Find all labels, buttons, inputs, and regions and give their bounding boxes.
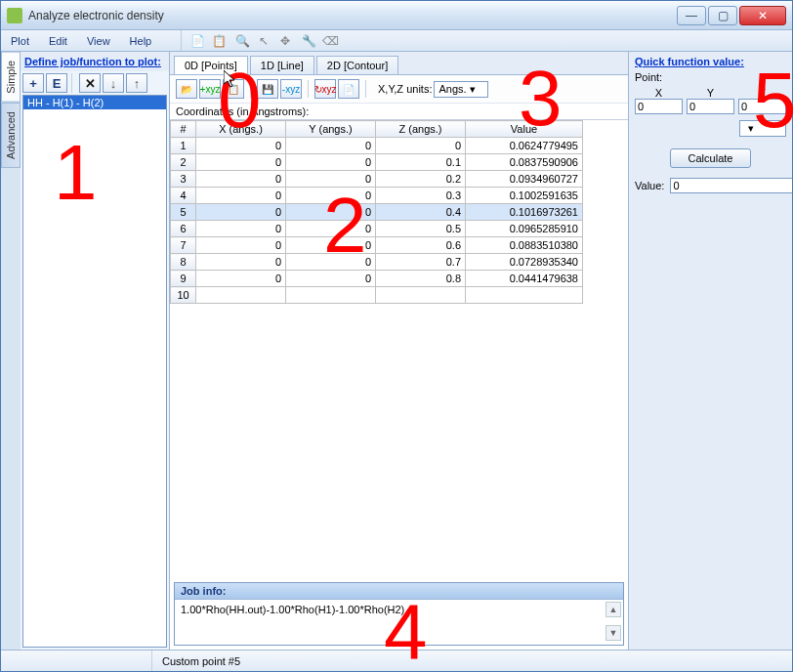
data-cell[interactable]: 0.0934960727 (466, 171, 583, 188)
edit-job-button[interactable]: E (46, 73, 67, 93)
data-cell[interactable]: 0 (196, 188, 286, 204)
cursor-icon[interactable]: ↖ (254, 32, 273, 50)
add-xyz-icon[interactable]: +xyz (199, 79, 221, 99)
data-cell[interactable]: 0.0965285910 (466, 221, 583, 237)
data-cell[interactable]: 0.0883510380 (466, 237, 583, 254)
data-cell[interactable]: 0 (286, 221, 376, 237)
job-item-selected[interactable]: HH - H(1) - H(2) (23, 96, 166, 109)
maximize-button[interactable]: ▢ (708, 6, 737, 25)
data-cell[interactable]: 0 (196, 271, 286, 287)
table-row[interactable]: 9000.80.0441479638 (171, 271, 583, 287)
data-cell[interactable]: 0.1 (376, 154, 466, 171)
copy-icon[interactable]: 📋 (209, 32, 229, 50)
table-row[interactable]: 10 (171, 287, 583, 304)
row-number-cell[interactable]: 7 (171, 237, 196, 254)
menu-view[interactable]: View (77, 32, 120, 50)
menu-plot[interactable]: Plot (1, 32, 39, 50)
row-number-cell[interactable]: 5 (171, 204, 196, 221)
table-row[interactable]: 10000.0624779495 (171, 138, 583, 154)
side-tab-simple[interactable]: Simple (1, 52, 21, 103)
table-row[interactable]: 8000.70.0728935340 (171, 254, 583, 271)
data-cell[interactable]: 0.3 (376, 188, 466, 204)
data-cell[interactable]: 0.8 (376, 271, 466, 287)
erase-icon[interactable]: ⌫ (320, 32, 340, 50)
data-cell[interactable] (466, 287, 583, 304)
data-cell[interactable]: 0.0441479638 (466, 271, 583, 287)
data-cell[interactable]: 0.7 (376, 254, 466, 271)
table-row[interactable]: 7000.60.0883510380 (171, 237, 583, 254)
table-row[interactable]: 3000.20.0934960727 (171, 171, 583, 188)
zoom-icon[interactable]: 🔍 (232, 32, 252, 50)
row-number-cell[interactable]: 2 (171, 154, 196, 171)
coords-table-wrap[interactable]: # X (angs.) Y (angs.) Z (angs.) Value 10… (170, 119, 628, 578)
move-up-button[interactable]: ↑ (126, 73, 147, 93)
col-z[interactable]: Z (angs.) (376, 121, 466, 138)
minimize-button[interactable]: — (677, 6, 706, 25)
data-cell[interactable]: 0.0728935340 (466, 254, 583, 271)
new-doc-icon[interactable]: 📄 (188, 32, 207, 50)
menu-help[interactable]: Help (120, 32, 162, 50)
data-cell[interactable]: 0 (286, 171, 376, 188)
define-job-label[interactable]: Define job/function to plot: (21, 52, 169, 71)
data-cell[interactable]: 0 (286, 204, 376, 221)
data-cell[interactable]: 0.1002591635 (466, 188, 583, 204)
row-number-cell[interactable]: 8 (171, 254, 196, 271)
pan-icon[interactable]: ✥ (275, 32, 295, 50)
point-unit-select[interactable]: ▾ (739, 120, 786, 137)
copy-data-icon[interactable]: 📄 (338, 79, 359, 99)
scroll-up-button[interactable]: ▲ (605, 602, 621, 617)
recalc-icon[interactable]: ↻xyz (314, 79, 336, 99)
quick-value-title[interactable]: Quick function value: (635, 56, 786, 67)
table-row[interactable]: 4000.30.1002591635 (171, 188, 583, 204)
data-cell[interactable]: 0 (196, 254, 286, 271)
row-number-cell[interactable]: 4 (171, 188, 196, 204)
data-cell[interactable]: 0 (196, 204, 286, 221)
row-number-cell[interactable]: 10 (171, 287, 196, 304)
table-row[interactable]: 2000.10.0837590906 (171, 154, 583, 171)
data-cell[interactable]: 0 (196, 221, 286, 237)
data-cell[interactable]: 0 (286, 271, 376, 287)
add-job-button[interactable]: + (22, 73, 44, 93)
data-cell[interactable]: 0.4 (376, 204, 466, 221)
side-tab-advanced[interactable]: Advanced (1, 103, 21, 168)
data-cell[interactable]: 0 (286, 154, 376, 171)
remove-xyz-icon[interactable]: -xyz (280, 79, 302, 99)
close-button[interactable]: ✕ (739, 6, 786, 25)
menu-edit[interactable]: Edit (39, 32, 77, 50)
data-cell[interactable]: 0.1016973261 (466, 204, 583, 221)
data-cell[interactable]: 0 (196, 138, 286, 154)
col-num[interactable]: # (171, 121, 196, 138)
table-row[interactable]: 6000.50.0965285910 (171, 221, 583, 237)
calculate-button[interactable]: Calculate (670, 148, 752, 168)
scroll-down-button[interactable]: ▼ (605, 625, 621, 641)
delete-job-button[interactable]: ✕ (79, 73, 101, 93)
units-select[interactable]: Angs. ▾ (434, 81, 488, 98)
tab-contour[interactable]: 2D [Contour] (316, 56, 398, 74)
job-list[interactable]: HH - H(1) - H(2) (22, 95, 167, 648)
data-cell[interactable]: 0.0624779495 (466, 138, 583, 154)
data-cell[interactable]: 0 (196, 237, 286, 254)
row-number-cell[interactable]: 6 (171, 221, 196, 237)
value-input[interactable] (670, 178, 792, 193)
data-cell[interactable]: 0 (196, 171, 286, 188)
table-row[interactable]: 5000.40.1016973261 (171, 204, 583, 221)
data-cell[interactable]: 0.6 (376, 237, 466, 254)
row-number-cell[interactable]: 1 (171, 138, 196, 154)
col-y[interactable]: Y (angs.) (286, 121, 376, 138)
col-value[interactable]: Value (466, 121, 583, 138)
wrench-icon[interactable]: 🔧 (299, 32, 318, 50)
data-cell[interactable]: 0 (196, 154, 286, 171)
data-cell[interactable]: 0.0837590906 (466, 154, 583, 171)
save-icon[interactable]: 💾 (257, 79, 278, 99)
move-down-button[interactable]: ↓ (103, 73, 124, 93)
z-input[interactable] (738, 99, 786, 114)
data-cell[interactable] (286, 287, 376, 304)
data-cell[interactable]: 0.2 (376, 171, 466, 188)
data-cell[interactable]: 0 (286, 188, 376, 204)
data-cell[interactable]: 0 (286, 254, 376, 271)
data-cell[interactable]: 0 (286, 237, 376, 254)
tab-line[interactable]: 1D [Line] (250, 56, 314, 74)
x-input[interactable] (635, 99, 683, 114)
data-cell[interactable] (196, 287, 286, 304)
tab-points[interactable]: 0D [Points] (174, 56, 248, 74)
